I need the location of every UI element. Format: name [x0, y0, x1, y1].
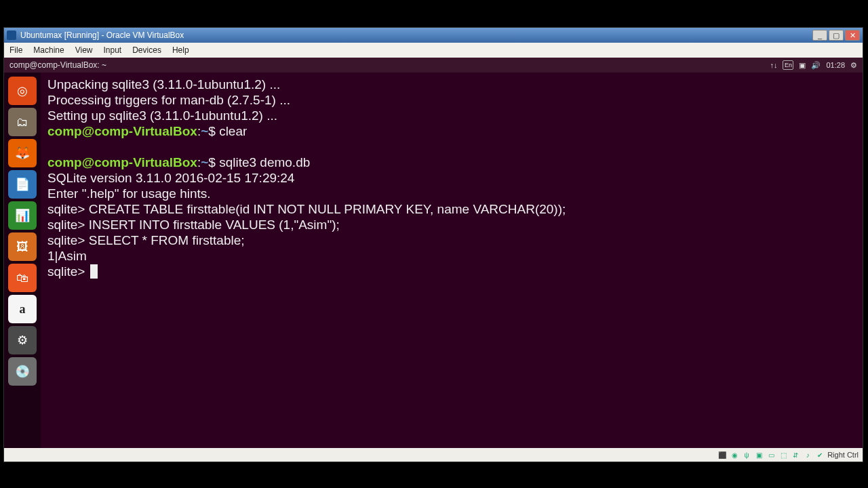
menubar: File Machine View Input Devices Help	[4, 43, 863, 58]
prompt-path: ~	[201, 155, 208, 169]
cmd-sqlite: sqlite3 demo.db	[219, 155, 310, 169]
status-check-icon[interactable]: ✔	[815, 450, 825, 460]
virtualbox-icon	[7, 30, 16, 40]
network-icon[interactable]: ↑↓	[770, 61, 777, 69]
window-title: Ubuntumax [Running] - Oracle VM VirtualB…	[20, 30, 184, 40]
launcher-firefox[interactable]: 🦊	[8, 139, 37, 167]
sql-select: SELECT * FROM firsttable;	[89, 233, 245, 247]
ubuntu-topbar: comp@comp-VirtualBox: ~ ↑↓ En ▣ 🔊 01:28 …	[4, 58, 863, 73]
launcher-amazon[interactable]: a	[8, 295, 37, 323]
status-shared-icon[interactable]: ▣	[754, 450, 764, 460]
guest-screen: comp@comp-VirtualBox: ~ ↑↓ En ▣ 🔊 01:28 …	[4, 58, 863, 448]
launcher-software[interactable]: 🛍	[8, 264, 37, 292]
gear-icon[interactable]: ⚙	[850, 61, 857, 70]
titlebar: Ubuntumax [Running] - Oracle VM VirtualB…	[4, 28, 863, 43]
vbox-statusbar: ⬛ ◉ ψ ▣ ▭ ⬚ ⇵ ♪ ✔ Right Ctrl	[4, 448, 863, 462]
status-display-icon[interactable]: ▭	[766, 450, 776, 460]
status-disk-icon[interactable]: ⬛	[717, 450, 727, 460]
menu-devices[interactable]: Devices	[127, 45, 167, 55]
launcher-files[interactable]: 🗂	[8, 108, 37, 136]
desktop: ◎🗂🦊📄📊🖼🛍a⚙💿 Unpacking sqlite3 (3.11.0-1ub…	[4, 73, 863, 448]
battery-icon[interactable]: ▣	[799, 61, 806, 70]
launcher: ◎🗂🦊📄📊🖼🛍a⚙💿	[4, 73, 41, 448]
menu-help[interactable]: Help	[167, 45, 195, 55]
sqlite-prompt: sqlite>	[47, 264, 89, 279]
clock[interactable]: 01:28	[826, 61, 845, 69]
status-optical-icon[interactable]: ◉	[730, 450, 739, 460]
launcher-writer[interactable]: 📄	[8, 170, 37, 199]
hostkey-label: Right Ctrl	[827, 451, 859, 459]
terminal[interactable]: Unpacking sqlite3 (3.11.0-1ubuntu1.2) ..…	[41, 73, 863, 448]
minimize-button[interactable]: _	[812, 30, 827, 41]
terminal-line: Processing triggers for man-db (2.7.5-1)…	[47, 93, 290, 107]
status-usb-icon[interactable]: ψ	[742, 450, 751, 460]
menu-view[interactable]: View	[70, 45, 98, 55]
sql-insert: INSERT INTO firsttable VALUES (1,"Asim")…	[89, 218, 340, 232]
query-result: 1|Asim	[47, 249, 87, 263]
launcher-calc[interactable]: 📊	[8, 201, 37, 230]
indicators: ↑↓ En ▣ 🔊 01:28 ⚙	[770, 60, 857, 70]
sqlite-prompt: sqlite>	[47, 218, 89, 232]
prompt-user: comp@comp-VirtualBox	[47, 124, 197, 138]
sound-icon[interactable]: 🔊	[811, 61, 821, 70]
menu-file[interactable]: File	[4, 45, 28, 55]
dollar: $	[208, 124, 219, 138]
menu-input[interactable]: Input	[98, 45, 127, 55]
language-indicator[interactable]: En	[783, 60, 793, 70]
terminal-line: Unpacking sqlite3 (3.11.0-1ubuntu1.2) ..…	[47, 77, 280, 92]
terminal-line: Setting up sqlite3 (3.11.0-1ubuntu1.2) .…	[47, 108, 277, 123]
dollar: $	[208, 155, 219, 169]
sql-create: CREATE TABLE firsttable(id INT NOT NULL …	[89, 202, 566, 216]
sqlite-prompt: sqlite>	[47, 233, 89, 247]
cmd-clear: clear	[219, 124, 247, 138]
cursor	[90, 264, 98, 279]
status-net-icon[interactable]: ⇵	[791, 450, 800, 460]
terminal-line: SQLite version 3.11.0 2016-02-15 17:29:2…	[47, 171, 294, 185]
terminal-line: Enter ".help" for usage hints.	[47, 186, 211, 201]
launcher-disc[interactable]: 💿	[8, 357, 37, 386]
menu-machine[interactable]: Machine	[28, 45, 69, 55]
close-button[interactable]: ✕	[845, 30, 860, 41]
prompt-user: comp@comp-VirtualBox	[47, 155, 197, 169]
status-audio-icon[interactable]: ♪	[803, 450, 812, 460]
maximize-button[interactable]: ▢	[829, 30, 844, 41]
launcher-impress[interactable]: 🖼	[8, 232, 37, 261]
launcher-ubuntu-dash[interactable]: ◎	[8, 77, 37, 105]
prompt-path: ~	[201, 124, 208, 138]
virtualbox-window: Ubuntumax [Running] - Oracle VM VirtualB…	[3, 27, 863, 462]
window-path: comp@comp-VirtualBox: ~	[9, 60, 763, 70]
status-capture-icon[interactable]: ⬚	[778, 450, 788, 460]
sqlite-prompt: sqlite>	[47, 202, 89, 216]
launcher-settings[interactable]: ⚙	[8, 326, 37, 354]
